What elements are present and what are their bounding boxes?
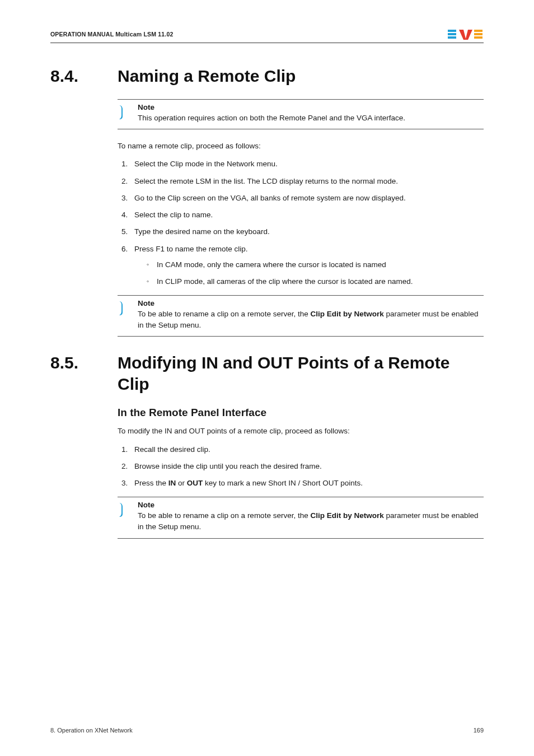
list-item: Recall the desired clip. bbox=[130, 444, 484, 455]
list-item: Select the Clip mode in the Network menu… bbox=[130, 158, 484, 170]
note-box-84-1: Note This operation requires action on b… bbox=[118, 99, 484, 130]
list-item: Select the remote LSM in the list. The L… bbox=[130, 176, 484, 187]
intro-85: To modify the IN and OUT points of a rem… bbox=[118, 426, 484, 437]
svg-rect-2 bbox=[448, 36, 456, 39]
list-item: Browse inside the clip until you reach t… bbox=[130, 461, 484, 472]
svg-rect-0 bbox=[448, 30, 456, 32]
subheading-85: In the Remote Panel Interface bbox=[118, 407, 484, 419]
note-box-85: Note To be able to rename a clip on a re… bbox=[118, 497, 484, 538]
note-icon bbox=[118, 299, 132, 330]
svg-rect-4 bbox=[474, 30, 483, 32]
section-number-84: 8.4. bbox=[50, 67, 118, 86]
page-footer: 8. Operation on XNet Network 169 bbox=[50, 727, 484, 734]
note-text: To be able to rename a clip on a remote … bbox=[138, 309, 484, 330]
steps-85: Recall the desired clip. Browse inside t… bbox=[118, 444, 484, 489]
svg-marker-3 bbox=[459, 30, 472, 40]
svg-rect-5 bbox=[474, 33, 483, 35]
section-title-84: Naming a Remote Clip bbox=[118, 66, 296, 87]
list-item: Go to the Clip screen on the VGA, all ba… bbox=[130, 193, 484, 204]
manual-title: OPERATION MANUAL Multicam LSM 11.02 bbox=[50, 31, 174, 38]
section-title-85: Modifying IN and OUT Points of a Remote … bbox=[118, 352, 484, 394]
note-label: Note bbox=[138, 103, 484, 111]
note-label: Note bbox=[138, 299, 484, 307]
footer-right: 169 bbox=[474, 727, 484, 734]
list-item: Select the clip to name. bbox=[130, 209, 484, 221]
note-box-84-2: Note To be able to rename a clip on a re… bbox=[118, 295, 484, 337]
footer-left: 8. Operation on XNet Network bbox=[50, 727, 133, 734]
step-text: Press F1 to name the remote clip. bbox=[134, 245, 248, 253]
note-label: Note bbox=[138, 501, 484, 509]
note-text: To be able to rename a clip on a remote … bbox=[138, 510, 484, 532]
list-item: In CAM mode, only the camera where the c… bbox=[147, 259, 484, 270]
note-text: This operation requires action on both t… bbox=[138, 113, 484, 124]
list-item: In CLIP mode, all cameras of the clip wh… bbox=[147, 276, 484, 287]
list-item: Press F1 to name the remote clip. In CAM… bbox=[130, 244, 484, 288]
note-icon bbox=[118, 501, 132, 532]
list-item: Press the IN or OUT key to mark a new Sh… bbox=[130, 478, 484, 489]
note-icon bbox=[118, 103, 132, 124]
intro-84: To name a remote clip, proceed as follow… bbox=[118, 141, 484, 152]
svg-rect-1 bbox=[448, 33, 456, 35]
steps-84: Select the Clip mode in the Network menu… bbox=[118, 158, 484, 287]
page-header: OPERATION MANUAL Multicam LSM 11.02 bbox=[50, 28, 484, 43]
svg-rect-6 bbox=[474, 36, 483, 39]
section-number-85: 8.5. bbox=[50, 353, 118, 372]
evs-logo bbox=[448, 28, 484, 40]
list-item: Type the desired name on the keyboard. bbox=[130, 226, 484, 237]
